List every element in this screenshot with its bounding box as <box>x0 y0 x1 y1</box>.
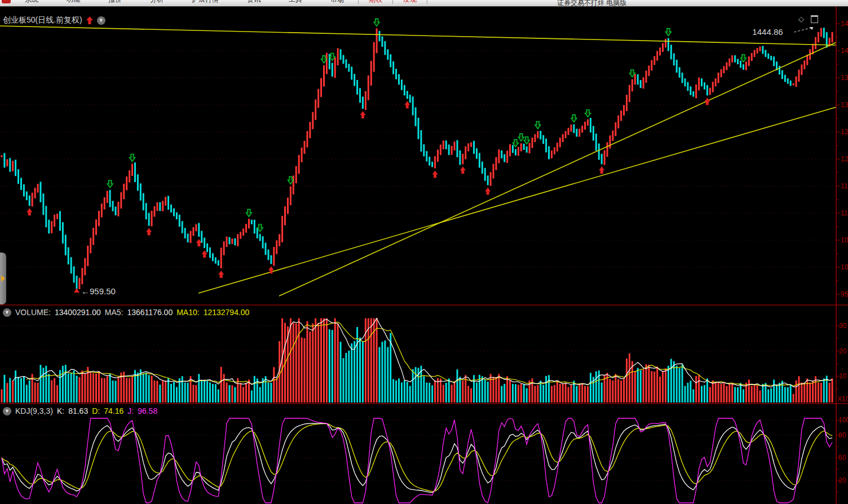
menu-item-2[interactable]: 报价 <box>94 0 136 5</box>
chart-title: 创业板50(日线.前复权) <box>3 15 82 25</box>
axis-label: 1250 <box>841 128 848 136</box>
menu-separator <box>427 0 427 4</box>
axis-label: 1400 <box>841 47 848 55</box>
menu-item-7[interactable]: 市场 <box>316 0 358 5</box>
signal-arrows <box>26 19 746 278</box>
axis-label: 1200 <box>841 155 848 163</box>
axis-label: 1300 <box>841 101 848 109</box>
collapse-chevron-icon[interactable]: ▼ <box>97 16 105 25</box>
buy-signal-icon <box>26 208 32 215</box>
sell-signal-icon <box>107 180 113 188</box>
gridlines <box>0 51 836 480</box>
high-annotation: 1444.86 <box>752 27 783 37</box>
menu-item-6[interactable]: 工具 <box>275 0 316 5</box>
axis-label: 10 <box>839 372 847 380</box>
app-logo-icon <box>2 0 11 3</box>
kdj-k-label: K: <box>57 406 64 415</box>
chart-title-row: 创业板50(日线.前复权) ▼ <box>3 15 105 25</box>
axis-label: 950 <box>841 290 848 298</box>
sell-signal-icon <box>571 114 577 122</box>
buy-signal-icon <box>432 171 438 178</box>
buy-signal-icon <box>599 166 604 174</box>
sell-signal-icon <box>130 154 135 161</box>
volume-ma10-line <box>26 322 832 386</box>
menu-item-1[interactable]: 功能 <box>52 0 94 5</box>
chart-corner-tools: ◇ <box>798 15 818 23</box>
menu-bar: 系统功能报价分析扩展行情资讯工具市场期权发现 证券交易不打烊 电脑版 <box>0 0 848 7</box>
buy-signal-icon <box>218 271 224 278</box>
diamond-tool-icon[interactable]: ◇ <box>798 15 804 23</box>
kdj-j-value: 96.58 <box>138 406 157 415</box>
sell-signal-icon <box>374 19 379 26</box>
volume-collapse-chevron-icon[interactable]: ▼ <box>3 308 11 317</box>
chart-canvas[interactable]: ←959.501444.8614501400135013001250120011… <box>0 0 848 504</box>
trendlines <box>0 26 836 296</box>
volume-ma10-label: MA10: <box>176 308 199 317</box>
kdj-header: ▼ KDJ(9,3,3) K: 81.63 D: 74.16 J: 96.58 <box>3 406 157 415</box>
kdj-j-label: J: <box>127 406 134 415</box>
kdj-d-value: 74.16 <box>104 406 123 415</box>
menu-item-8[interactable]: 期权 <box>359 0 392 5</box>
annotations: ←959.501444.86 <box>74 27 813 296</box>
kdj-k-line <box>2 423 832 493</box>
menu-item-5[interactable]: 资讯 <box>233 0 275 5</box>
sidebar-expand-handle[interactable] <box>0 253 6 304</box>
buy-signal-icon <box>360 111 365 118</box>
menu-item-0[interactable]: 系统 <box>11 0 52 5</box>
axis-label: 1150 <box>841 182 848 190</box>
price-axis: 1450140013501300125012001150110010501000… <box>0 6 848 504</box>
volume-unit-label: X10 <box>837 395 848 403</box>
kdj-k-value: 81.63 <box>68 406 88 415</box>
volume-ma10-value: 12132794.00 <box>204 308 250 317</box>
axis-label: 1450 <box>841 20 848 28</box>
axis-label: 1000 <box>841 263 848 271</box>
maximize-pane-icon[interactable] <box>811 15 818 23</box>
buy-signal-icon <box>704 98 710 105</box>
volume-header: ▼ VOLUME: 13400291.00 MA5: 13661176.00 M… <box>3 308 249 317</box>
sell-signal-icon <box>535 121 541 129</box>
buy-signal-icon <box>146 228 152 236</box>
axis-label: 30 <box>839 322 847 330</box>
volume-value: 13400291.00 <box>55 308 101 317</box>
low-annotation: ←959.50 <box>81 286 116 296</box>
menu-items: 系统功能报价分析扩展行情资讯工具市场期权发现 <box>11 0 427 5</box>
kdj-d-line <box>2 423 832 491</box>
volume-ma5-label: MA5: <box>105 308 123 317</box>
sell-signal-icon <box>585 110 591 117</box>
volume-label: VOLUME: <box>15 308 51 317</box>
axis-label: 20 <box>839 347 847 355</box>
buy-signal-icon <box>485 187 491 194</box>
menu-item-3[interactable]: 分析 <box>136 0 178 5</box>
axis-label: 80 <box>838 431 846 439</box>
sell-signal-icon <box>665 28 671 36</box>
trading-app-window: 系统功能报价分析扩展行情资讯工具市场期权发现 证券交易不打烊 电脑版 ←959.… <box>0 0 848 504</box>
axis-label: 50 <box>838 454 846 462</box>
menubar-promo-text: 证券交易不打烊 电脑版 <box>557 0 626 7</box>
axis-label: 1350 <box>841 74 848 82</box>
kdj-label: KDJ(9,3,3) <box>15 406 53 415</box>
sell-signal-icon <box>518 134 524 141</box>
axis-label: 100 <box>838 416 848 424</box>
axis-label: 20 <box>838 476 846 484</box>
buy-signal-icon <box>460 166 466 174</box>
expand-arrow-icon <box>1 275 5 282</box>
volume-ma5-value: 13661176.00 <box>127 308 173 317</box>
axis-label: 1100 <box>841 209 848 217</box>
kdj-d-label: D: <box>92 406 100 415</box>
axis-label: 1050 <box>841 236 848 244</box>
volume-bars <box>2 318 832 403</box>
trend-up-icon <box>86 16 93 24</box>
kdj-collapse-chevron-icon[interactable]: ▼ <box>3 407 11 415</box>
menu-item-4[interactable]: 扩展行情 <box>178 0 233 5</box>
sell-signal-icon <box>246 209 251 216</box>
menu-item-9[interactable]: 发现 <box>393 0 427 5</box>
candlesticks <box>2 28 832 289</box>
